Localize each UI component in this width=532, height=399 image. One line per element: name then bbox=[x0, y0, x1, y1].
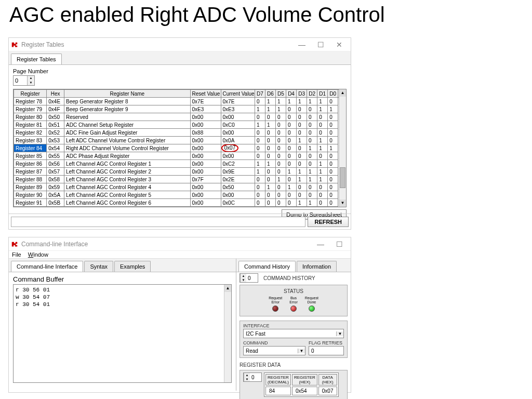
column-header[interactable]: Register bbox=[14, 90, 47, 98]
refresh-button[interactable]: REFRESH bbox=[308, 217, 349, 227]
table-cell[interactable]: 0 bbox=[265, 129, 275, 137]
table-cell[interactable]: 1 bbox=[328, 144, 338, 152]
table-cell[interactable]: 0 bbox=[328, 183, 338, 191]
table-cell[interactable]: 1 bbox=[297, 176, 307, 183]
table-cell[interactable]: ADC Phase Adjust Register bbox=[64, 152, 191, 160]
table-cell[interactable]: 0x4F bbox=[47, 105, 64, 113]
spin-down-icon[interactable]: ▼ bbox=[28, 81, 34, 85]
table-row[interactable]: Register 860x56Left Channel AGC Control … bbox=[14, 160, 346, 168]
table-cell[interactable]: 0 bbox=[286, 129, 297, 137]
table-cell[interactable]: Beep Generator Register 8 bbox=[64, 98, 191, 105]
table-cell[interactable]: 1 bbox=[307, 144, 317, 152]
table-cell[interactable]: 0 bbox=[297, 160, 307, 168]
table-cell[interactable]: 1 bbox=[317, 144, 328, 152]
table-cell[interactable]: Left Channel AGC Control Register 1 bbox=[64, 160, 191, 168]
table-cell[interactable]: 0 bbox=[328, 129, 338, 137]
command-buffer-text[interactable]: r 30 56 01 w 30 54 07 r 30 54 01 bbox=[14, 285, 231, 310]
table-row[interactable]: Register 830x53Left ADC Channel Volume C… bbox=[14, 137, 346, 144]
table-cell[interactable]: 0x7E bbox=[221, 98, 255, 105]
table-scrollbar[interactable]: ▲ ▼ bbox=[339, 89, 346, 207]
table-cell[interactable]: 0 bbox=[297, 105, 307, 113]
table-cell[interactable]: 0 bbox=[286, 105, 297, 113]
table-cell[interactable]: 1 bbox=[328, 105, 338, 113]
column-header[interactable]: D5 bbox=[276, 90, 286, 98]
table-cell[interactable]: 0x00 bbox=[221, 113, 255, 121]
table-cell[interactable]: 0 bbox=[255, 199, 265, 207]
table-cell[interactable]: 0 bbox=[317, 152, 328, 160]
table-cell[interactable]: 1 bbox=[317, 176, 328, 183]
chevron-down-icon[interactable]: ▼ bbox=[298, 349, 305, 353]
table-cell[interactable]: Register 78 bbox=[14, 98, 47, 105]
table-cell[interactable]: 0 bbox=[297, 183, 307, 191]
column-header[interactable]: Register Name bbox=[64, 90, 191, 98]
table-cell[interactable]: Register 91 bbox=[14, 199, 47, 207]
table-cell[interactable]: Register 82 bbox=[14, 129, 47, 137]
table-cell[interactable]: 1 bbox=[286, 183, 297, 191]
table-cell[interactable]: 1 bbox=[276, 176, 286, 183]
table-cell[interactable]: 0 bbox=[276, 144, 286, 152]
table-cell[interactable]: 0 bbox=[297, 121, 307, 129]
table-cell[interactable]: 0 bbox=[265, 144, 275, 152]
table-cell[interactable]: 0x00 bbox=[190, 199, 221, 207]
table-cell[interactable]: Register 87 bbox=[14, 168, 47, 176]
table-cell[interactable]: 0 bbox=[328, 137, 338, 144]
table-cell[interactable]: 1 bbox=[317, 137, 328, 144]
scroll-up-icon[interactable]: ▲ bbox=[339, 89, 346, 97]
command-combo[interactable]: Read ▼ bbox=[243, 346, 305, 355]
regdata-index-spinner[interactable]: ▲▼ bbox=[243, 373, 262, 382]
table-cell[interactable]: 0 bbox=[317, 183, 328, 191]
table-cell[interactable]: Left Channel AGC Control Register 6 bbox=[64, 199, 191, 207]
table-cell[interactable]: 0x00 bbox=[190, 191, 221, 199]
table-cell[interactable]: 0 bbox=[255, 129, 265, 137]
table-cell[interactable]: 1 bbox=[255, 160, 265, 168]
table-cell[interactable]: 0 bbox=[317, 121, 328, 129]
maximize-button[interactable]: ☐ bbox=[311, 38, 330, 51]
table-cell[interactable]: 0 bbox=[307, 160, 317, 168]
menu-window[interactable]: Window bbox=[28, 251, 48, 258]
table-cell[interactable]: 0 bbox=[328, 168, 338, 176]
table-cell[interactable]: 0 bbox=[286, 191, 297, 199]
table-cell[interactable]: 0 bbox=[317, 199, 328, 207]
table-row[interactable]: Register 890x59Left Channel AGC Control … bbox=[14, 183, 346, 191]
table-cell[interactable]: 0x7F bbox=[190, 176, 221, 183]
table-cell[interactable]: 0 bbox=[265, 199, 275, 207]
table-cell[interactable]: 0 bbox=[276, 199, 286, 207]
table-cell[interactable]: 0 bbox=[276, 137, 286, 144]
table-cell[interactable]: 0x07 bbox=[221, 144, 255, 152]
table-cell[interactable]: 0 bbox=[307, 113, 317, 121]
tab-information[interactable]: Information bbox=[297, 261, 337, 272]
table-cell[interactable]: 0xE3 bbox=[190, 105, 221, 113]
history-index-input[interactable] bbox=[246, 274, 258, 282]
table-cell[interactable]: Left Channel AGC Control Register 5 bbox=[64, 191, 191, 199]
table-cell[interactable]: 0x00 bbox=[190, 137, 221, 144]
table-cell[interactable]: 0 bbox=[255, 176, 265, 183]
table-cell[interactable]: 0x00 bbox=[190, 144, 221, 152]
table-cell[interactable]: 1 bbox=[265, 121, 275, 129]
table-cell[interactable]: 0x00 bbox=[221, 191, 255, 199]
table-row[interactable]: Register 850x55ADC Phase Adjust Register… bbox=[14, 152, 346, 160]
table-row[interactable]: Register 780x4EBeep Generator Register 8… bbox=[14, 98, 346, 105]
table-cell[interactable]: 1 bbox=[255, 168, 265, 176]
table-cell[interactable]: 0 bbox=[328, 152, 338, 160]
table-cell[interactable]: 0 bbox=[328, 121, 338, 129]
table-cell[interactable]: Register 79 bbox=[14, 105, 47, 113]
table-cell[interactable]: 0xC0 bbox=[221, 121, 255, 129]
table-cell[interactable]: 0 bbox=[297, 152, 307, 160]
table-cell[interactable]: 0x55 bbox=[47, 152, 64, 160]
table-cell[interactable]: Register 85 bbox=[14, 152, 47, 160]
table-cell[interactable]: 0 bbox=[297, 129, 307, 137]
table-cell[interactable]: 1 bbox=[317, 168, 328, 176]
table-cell[interactable]: 0x00 bbox=[190, 183, 221, 191]
table-cell[interactable]: 1 bbox=[297, 168, 307, 176]
scroll-down-icon[interactable]: ▼ bbox=[339, 200, 346, 207]
table-cell[interactable]: 0x0C bbox=[221, 199, 255, 207]
table-cell[interactable]: 0 bbox=[307, 121, 317, 129]
table-cell[interactable]: 0 bbox=[307, 137, 317, 144]
table-cell[interactable]: 0 bbox=[286, 137, 297, 144]
table-cell[interactable]: 0x00 bbox=[190, 113, 221, 121]
table-cell[interactable]: 0 bbox=[255, 144, 265, 152]
table-cell[interactable]: 0x4E bbox=[47, 98, 64, 105]
table-cell[interactable]: 0 bbox=[286, 199, 297, 207]
spin-down-icon[interactable]: ▼ bbox=[241, 278, 246, 282]
table-cell[interactable]: 1 bbox=[265, 183, 275, 191]
